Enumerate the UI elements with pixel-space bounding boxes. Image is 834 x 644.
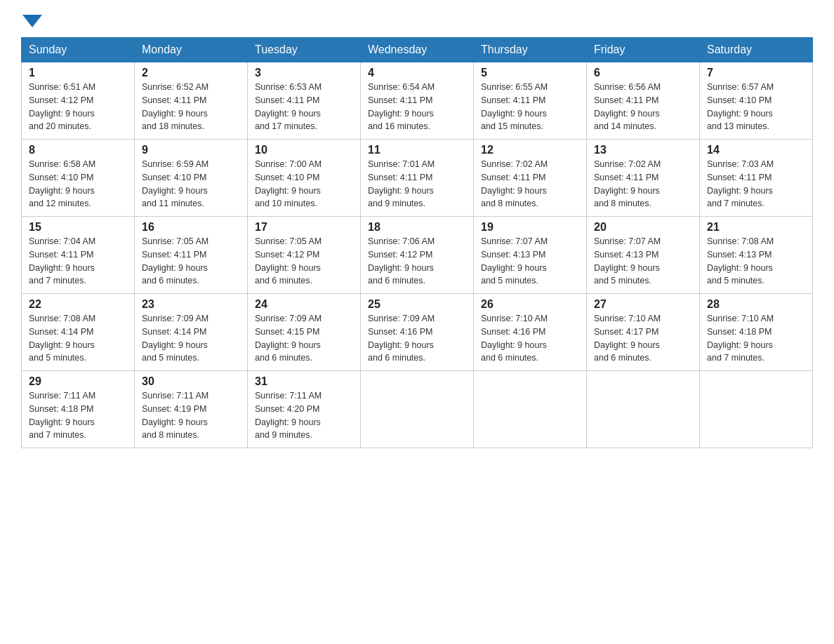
calendar-day-cell: 21Sunrise: 7:08 AMSunset: 4:13 PMDayligh…: [700, 217, 813, 294]
calendar-day-cell: 25Sunrise: 7:09 AMSunset: 4:16 PMDayligh…: [361, 294, 474, 371]
calendar-day-cell: 11Sunrise: 7:01 AMSunset: 4:11 PMDayligh…: [361, 140, 474, 217]
day-number: 3: [255, 67, 353, 79]
calendar-header-sunday: Sunday: [22, 38, 135, 62]
day-info: Sunrise: 7:11 AMSunset: 4:19 PMDaylight:…: [142, 389, 240, 442]
day-number: 10: [255, 144, 353, 156]
calendar-day-cell: 27Sunrise: 7:10 AMSunset: 4:17 PMDayligh…: [587, 294, 700, 371]
day-number: 17: [255, 221, 353, 234]
day-number: 14: [707, 144, 805, 156]
calendar-day-cell: 18Sunrise: 7:06 AMSunset: 4:12 PMDayligh…: [361, 217, 474, 294]
calendar-day-cell: 22Sunrise: 7:08 AMSunset: 4:14 PMDayligh…: [22, 294, 135, 371]
calendar-day-cell: 31Sunrise: 7:11 AMSunset: 4:20 PMDayligh…: [248, 371, 361, 448]
calendar-day-cell: 19Sunrise: 7:07 AMSunset: 4:13 PMDayligh…: [474, 217, 587, 294]
day-number: 22: [29, 298, 127, 311]
calendar-table: SundayMondayTuesdayWednesdayThursdayFrid…: [21, 37, 813, 448]
day-info: Sunrise: 7:11 AMSunset: 4:20 PMDaylight:…: [255, 389, 353, 442]
calendar-header-friday: Friday: [587, 38, 700, 62]
day-info: Sunrise: 7:09 AMSunset: 4:14 PMDaylight:…: [142, 312, 240, 365]
day-number: 11: [368, 144, 466, 156]
calendar-day-cell: 9Sunrise: 6:59 AMSunset: 4:10 PMDaylight…: [135, 140, 248, 217]
day-info: Sunrise: 7:08 AMSunset: 4:14 PMDaylight:…: [29, 312, 127, 365]
calendar-day-cell: 16Sunrise: 7:05 AMSunset: 4:11 PMDayligh…: [135, 217, 248, 294]
calendar-empty-cell: [587, 371, 700, 448]
day-number: 1: [29, 67, 127, 79]
day-info: Sunrise: 7:03 AMSunset: 4:11 PMDaylight:…: [707, 158, 805, 210]
day-number: 9: [142, 144, 240, 156]
calendar-day-cell: 20Sunrise: 7:07 AMSunset: 4:13 PMDayligh…: [587, 217, 700, 294]
calendar-header-tuesday: Tuesday: [248, 38, 361, 62]
calendar-header-thursday: Thursday: [474, 38, 587, 62]
calendar-header-wednesday: Wednesday: [361, 38, 474, 62]
day-info: Sunrise: 6:57 AMSunset: 4:10 PMDaylight:…: [707, 81, 805, 133]
day-info: Sunrise: 6:53 AMSunset: 4:11 PMDaylight:…: [255, 81, 353, 133]
day-info: Sunrise: 7:07 AMSunset: 4:13 PMDaylight:…: [594, 235, 692, 288]
calendar-day-cell: 29Sunrise: 7:11 AMSunset: 4:18 PMDayligh…: [22, 371, 135, 448]
day-info: Sunrise: 7:05 AMSunset: 4:11 PMDaylight:…: [142, 235, 240, 288]
day-info: Sunrise: 7:00 AMSunset: 4:10 PMDaylight:…: [255, 158, 353, 210]
calendar-day-cell: 23Sunrise: 7:09 AMSunset: 4:14 PMDayligh…: [135, 294, 248, 371]
calendar-day-cell: 1Sunrise: 6:51 AMSunset: 4:12 PMDaylight…: [22, 62, 135, 140]
calendar-day-cell: 13Sunrise: 7:02 AMSunset: 4:11 PMDayligh…: [587, 140, 700, 217]
day-info: Sunrise: 7:09 AMSunset: 4:16 PMDaylight:…: [368, 312, 466, 365]
calendar-header-row: SundayMondayTuesdayWednesdayThursdayFrid…: [22, 38, 813, 62]
day-info: Sunrise: 6:52 AMSunset: 4:11 PMDaylight:…: [142, 81, 240, 133]
day-info: Sunrise: 7:09 AMSunset: 4:15 PMDaylight:…: [255, 312, 353, 365]
calendar-day-cell: 30Sunrise: 7:11 AMSunset: 4:19 PMDayligh…: [135, 371, 248, 448]
calendar-empty-cell: [474, 371, 587, 448]
day-info: Sunrise: 7:07 AMSunset: 4:13 PMDaylight:…: [481, 235, 579, 288]
day-number: 12: [481, 144, 579, 156]
day-number: 13: [594, 144, 692, 156]
day-number: 24: [255, 298, 353, 311]
calendar-header-saturday: Saturday: [700, 38, 813, 62]
calendar-day-cell: 7Sunrise: 6:57 AMSunset: 4:10 PMDaylight…: [700, 62, 813, 140]
day-number: 30: [142, 375, 240, 388]
day-info: Sunrise: 7:10 AMSunset: 4:17 PMDaylight:…: [594, 312, 692, 365]
day-number: 27: [594, 298, 692, 311]
day-number: 28: [707, 298, 805, 311]
calendar-day-cell: 4Sunrise: 6:54 AMSunset: 4:11 PMDaylight…: [361, 62, 474, 140]
calendar-week-row: 22Sunrise: 7:08 AMSunset: 4:14 PMDayligh…: [22, 294, 813, 371]
day-number: 19: [481, 221, 579, 234]
calendar-empty-cell: [361, 371, 474, 448]
calendar-day-cell: 26Sunrise: 7:10 AMSunset: 4:16 PMDayligh…: [474, 294, 587, 371]
day-info: Sunrise: 7:02 AMSunset: 4:11 PMDaylight:…: [594, 158, 692, 210]
calendar-day-cell: 15Sunrise: 7:04 AMSunset: 4:11 PMDayligh…: [22, 217, 135, 294]
logo: [21, 14, 42, 30]
day-number: 4: [368, 67, 466, 79]
day-number: 18: [368, 221, 466, 234]
calendar-day-cell: 8Sunrise: 6:58 AMSunset: 4:10 PMDaylight…: [22, 140, 135, 217]
day-number: 8: [29, 144, 127, 156]
day-number: 7: [707, 67, 805, 79]
day-number: 25: [368, 298, 466, 311]
day-number: 20: [594, 221, 692, 234]
day-number: 6: [594, 67, 692, 79]
calendar-day-cell: 5Sunrise: 6:55 AMSunset: 4:11 PMDaylight…: [474, 62, 587, 140]
day-info: Sunrise: 7:11 AMSunset: 4:18 PMDaylight:…: [29, 389, 127, 442]
day-info: Sunrise: 7:08 AMSunset: 4:13 PMDaylight:…: [707, 235, 805, 288]
calendar-day-cell: 2Sunrise: 6:52 AMSunset: 4:11 PMDaylight…: [135, 62, 248, 140]
day-number: 2: [142, 67, 240, 79]
calendar-day-cell: 14Sunrise: 7:03 AMSunset: 4:11 PMDayligh…: [700, 140, 813, 217]
day-info: Sunrise: 7:05 AMSunset: 4:12 PMDaylight:…: [255, 235, 353, 288]
day-number: 26: [481, 298, 579, 311]
calendar-week-row: 15Sunrise: 7:04 AMSunset: 4:11 PMDayligh…: [22, 217, 813, 294]
calendar-week-row: 29Sunrise: 7:11 AMSunset: 4:18 PMDayligh…: [22, 371, 813, 448]
day-info: Sunrise: 6:58 AMSunset: 4:10 PMDaylight:…: [29, 158, 127, 210]
calendar-day-cell: 17Sunrise: 7:05 AMSunset: 4:12 PMDayligh…: [248, 217, 361, 294]
calendar-day-cell: 24Sunrise: 7:09 AMSunset: 4:15 PMDayligh…: [248, 294, 361, 371]
day-number: 5: [481, 67, 579, 79]
calendar-day-cell: 28Sunrise: 7:10 AMSunset: 4:18 PMDayligh…: [700, 294, 813, 371]
day-info: Sunrise: 6:51 AMSunset: 4:12 PMDaylight:…: [29, 81, 127, 133]
day-info: Sunrise: 6:55 AMSunset: 4:11 PMDaylight:…: [481, 81, 579, 133]
day-info: Sunrise: 7:04 AMSunset: 4:11 PMDaylight:…: [29, 235, 127, 288]
calendar-empty-cell: [700, 371, 813, 448]
day-number: 21: [707, 221, 805, 234]
day-info: Sunrise: 6:54 AMSunset: 4:11 PMDaylight:…: [368, 81, 466, 133]
header: [21, 14, 813, 30]
calendar-day-cell: 3Sunrise: 6:53 AMSunset: 4:11 PMDaylight…: [248, 62, 361, 140]
calendar-header-monday: Monday: [135, 38, 248, 62]
day-info: Sunrise: 7:02 AMSunset: 4:11 PMDaylight:…: [481, 158, 579, 210]
calendar-week-row: 1Sunrise: 6:51 AMSunset: 4:12 PMDaylight…: [22, 62, 813, 140]
calendar-week-row: 8Sunrise: 6:58 AMSunset: 4:10 PMDaylight…: [22, 140, 813, 217]
day-number: 29: [29, 375, 127, 388]
